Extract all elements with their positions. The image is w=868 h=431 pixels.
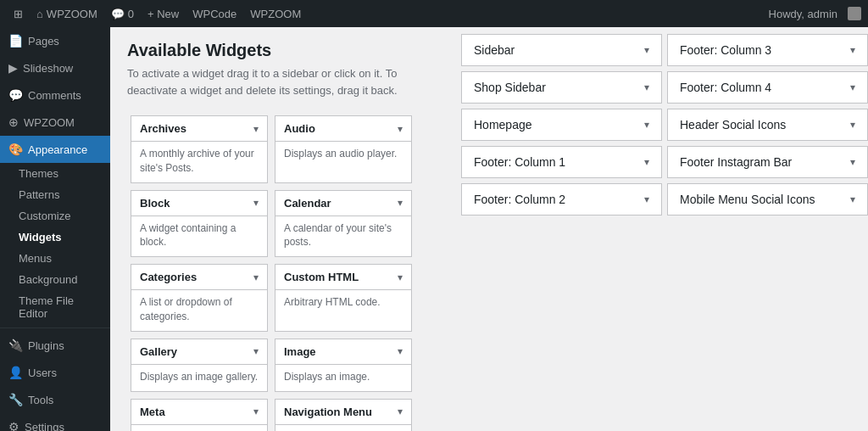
sidebar-item-theme-file-editor[interactable]: Theme File Editor — [0, 290, 110, 324]
admin-bar-right: Howdy, admin — [762, 0, 861, 27]
widget-card-gallery[interactable]: Gallery ▾ Displays an image gallery. — [131, 339, 268, 392]
area-arrow-footer-col3: ▾ — [850, 44, 855, 56]
page-title: Available Widgets — [127, 41, 427, 60]
widget-header-categories: Categories ▾ — [131, 265, 267, 290]
widget-card-calendar[interactable]: Calendar ▾ A calendar of your site's pos… — [275, 190, 412, 258]
wpzoom-link[interactable]: WPZOOM — [243, 0, 308, 27]
area-arrow-sidebar: ▾ — [644, 44, 649, 56]
widget-card-image[interactable]: Image ▾ Displays an image. — [275, 339, 412, 392]
widget-header-navigation-menu: Navigation Menu ▾ — [275, 400, 411, 425]
area-footer-col2[interactable]: Footer: Column 2 ▾ — [461, 183, 662, 216]
area-arrow-shop-sidebar: ▾ — [644, 81, 649, 93]
sidebar-item-widgets[interactable]: Widgets — [0, 227, 110, 248]
area-arrow-header-social-icons: ▾ — [850, 119, 855, 131]
sidebar-item-settings[interactable]: ⚙ Settings — [0, 413, 110, 431]
pages-icon: 📄 — [8, 34, 23, 48]
widget-header-block: Block ▾ — [131, 191, 267, 216]
sidebar-item-tools[interactable]: 🔧 Tools — [0, 386, 110, 413]
wp-logo[interactable]: ⊞ — [7, 0, 30, 27]
widget-card-custom-html[interactable]: Custom HTML ▾ Arbitrary HTML code. — [275, 264, 412, 332]
wpcode-link[interactable]: WPCode — [186, 0, 243, 27]
widget-arrow-categories[interactable]: ▾ — [253, 271, 259, 283]
widget-header-custom-html: Custom HTML ▾ — [275, 265, 411, 290]
widget-arrow-audio[interactable]: ▾ — [398, 123, 403, 135]
widget-arrow-block[interactable]: ▾ — [253, 197, 259, 209]
widget-arrow-meta[interactable]: ▾ — [253, 406, 259, 417]
sidebar-item-wpzoom[interactable]: ⊕ WPZOOM — [0, 109, 110, 136]
comments-icon: 💬 — [8, 88, 23, 102]
wpzoom-sidebar-icon: ⊕ — [8, 115, 19, 129]
settings-icon: ⚙ — [8, 420, 19, 431]
main-content: Available Widgets To activate a widget d… — [110, 27, 444, 431]
widget-header-image: Image ▾ — [275, 339, 411, 365]
area-shop-sidebar[interactable]: Shop Sidebar ▾ — [461, 71, 662, 104]
users-icon: 👤 — [8, 366, 23, 379]
admin-sidebar: 📄 Pages ▶ Slideshow 💬 Comments ⊕ WPZOOM … — [0, 27, 110, 431]
area-grid: Sidebar ▾ Footer: Column 3 ▾ Shop Sideba… — [461, 34, 868, 216]
widget-arrow-image[interactable]: ▾ — [398, 345, 403, 357]
widget-header-calendar: Calendar ▾ — [275, 191, 411, 216]
site-name[interactable]: ⌂ WPZOOM — [30, 0, 104, 27]
area-footer-col3[interactable]: Footer: Column 3 ▾ — [667, 34, 868, 66]
sidebar-item-menus[interactable]: Menus — [0, 248, 110, 269]
slideshow-icon: ▶ — [8, 61, 18, 75]
widget-card-meta[interactable]: Meta ▾ Login, RSS, & WordPress.org links… — [131, 399, 268, 431]
widget-header-archives: Archives ▾ — [131, 116, 267, 142]
widget-card-block[interactable]: Block ▾ A widget containing a block. — [131, 190, 268, 258]
area-homepage[interactable]: Homepage ▾ — [461, 109, 662, 141]
widget-arrow-archives[interactable]: ▾ — [253, 123, 259, 135]
sidebar-item-pages[interactable]: 📄 Pages — [0, 27, 110, 54]
widget-card-categories[interactable]: Categories ▾ A list or dropdown of categ… — [131, 264, 268, 332]
widget-header-meta: Meta ▾ — [131, 400, 267, 425]
sidebar-item-plugins[interactable]: 🔌 Plugins — [0, 332, 110, 359]
widget-card-archives[interactable]: Archives ▾ A monthly archive of your sit… — [131, 115, 268, 183]
plugins-icon: 🔌 — [8, 339, 23, 352]
sidebar-item-customize[interactable]: Customize — [0, 205, 110, 227]
sidebar-item-slideshow[interactable]: ▶ Slideshow — [0, 54, 110, 81]
area-arrow-footer-instagram-bar: ▾ — [850, 156, 855, 168]
area-arrow-footer-col1: ▾ — [644, 156, 649, 168]
widget-arrow-custom-html[interactable]: ▾ — [398, 271, 403, 283]
widget-header-audio: Audio ▾ — [275, 116, 411, 142]
sidebar-item-patterns[interactable]: Patterns — [0, 184, 110, 205]
area-header-social-icons[interactable]: Header Social Icons ▾ — [667, 109, 868, 141]
widget-card-audio[interactable]: Audio ▾ Displays an audio player. — [275, 115, 412, 183]
sidebar-item-background[interactable]: Background — [0, 269, 110, 290]
new-link[interactable]: + New — [141, 0, 186, 27]
area-footer-instagram-bar[interactable]: Footer Instagram Bar ▾ — [667, 146, 868, 178]
sidebar-divider — [0, 327, 110, 328]
widget-header-gallery: Gallery ▾ — [131, 339, 267, 365]
admin-bar: ⊞ ⌂ WPZOOM 💬 0 + New WPCode WPZOOM Howdy… — [0, 0, 868, 27]
widget-arrow-navigation-menu[interactable]: ▾ — [398, 406, 403, 417]
appearance-icon: 🎨 — [8, 143, 23, 156]
tools-icon: 🔧 — [8, 393, 23, 406]
widget-areas-panel: Sidebar ▾ Footer: Column 3 ▾ Shop Sideba… — [444, 27, 868, 431]
area-mobile-menu-social-icons[interactable]: Mobile Menu Social Icons ▾ — [667, 183, 868, 216]
howdy-user[interactable]: Howdy, admin — [762, 0, 844, 27]
sidebar-item-appearance[interactable]: 🎨 Appearance — [0, 136, 110, 163]
area-footer-col1[interactable]: Footer: Column 1 ▾ — [461, 146, 662, 178]
area-arrow-footer-col4: ▾ — [850, 81, 855, 93]
area-arrow-homepage: ▾ — [644, 119, 649, 131]
widget-grid: Archives ▾ A monthly archive of your sit… — [127, 112, 415, 431]
widget-card-navigation-menu[interactable]: Navigation Menu ▾ Add a navigation menu … — [275, 399, 412, 431]
area-arrow-footer-col2: ▾ — [644, 193, 649, 205]
area-footer-col4[interactable]: Footer: Column 4 ▾ — [667, 71, 868, 104]
comments-link[interactable]: 💬 0 — [104, 0, 141, 27]
sidebar-item-comments[interactable]: 💬 Comments — [0, 81, 110, 109]
sidebar-item-themes[interactable]: Themes — [0, 163, 110, 184]
widget-arrow-gallery[interactable]: ▾ — [253, 345, 259, 357]
area-sidebar[interactable]: Sidebar ▾ — [461, 34, 662, 66]
user-avatar — [848, 7, 861, 20]
page-description: To activate a widget drag it to a sideba… — [127, 65, 427, 98]
sidebar-item-users[interactable]: 👤 Users — [0, 359, 110, 386]
widget-arrow-calendar[interactable]: ▾ — [398, 197, 403, 209]
area-arrow-mobile-menu-social-icons: ▾ — [850, 193, 855, 205]
